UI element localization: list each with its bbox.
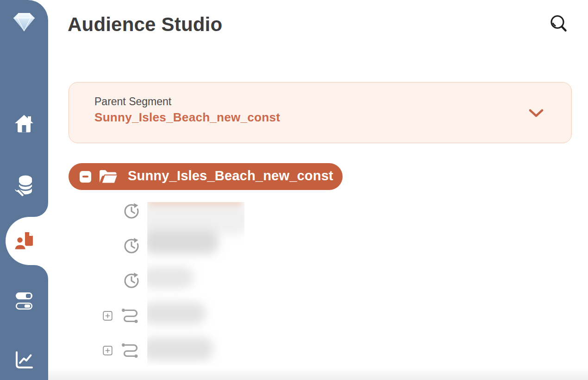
tree-node-row[interactable] xyxy=(103,305,140,326)
search-icon xyxy=(548,13,571,36)
search-button[interactable] xyxy=(548,13,571,36)
expand-plus-button[interactable] xyxy=(103,346,113,355)
parent-segment-value: Sunny_Isles_Beach_new_const xyxy=(94,110,280,125)
database-tools-icon xyxy=(13,173,35,197)
tree-node-row[interactable] xyxy=(103,271,140,291)
segment-tree-root-node[interactable]: Sunny_Isles_Beach_new_const xyxy=(69,163,343,190)
sidebar-item-controls[interactable] xyxy=(0,292,48,310)
sidebar-item-home[interactable] xyxy=(0,114,48,133)
parent-segment-label: Parent Segment xyxy=(94,95,171,108)
audience-person-file-icon xyxy=(13,231,34,251)
history-clock-icon xyxy=(123,272,140,290)
history-clock-icon xyxy=(123,237,140,255)
gem-logo-icon[interactable] xyxy=(0,11,48,32)
collapse-minus-icon[interactable] xyxy=(80,171,91,183)
tree-node-row[interactable] xyxy=(103,201,140,222)
page-title: Audience Studio xyxy=(68,14,222,35)
history-clock-icon xyxy=(123,203,140,220)
plus-square-icon xyxy=(103,311,113,321)
sidebar-item-audience-studio[interactable] xyxy=(13,231,34,253)
route-icon xyxy=(121,342,140,359)
sidebar-nav xyxy=(0,0,48,380)
open-folder-icon xyxy=(99,169,118,184)
active-nav-notch-top xyxy=(34,203,48,217)
active-nav-notch-bottom xyxy=(34,265,48,279)
segment-tree-root-label: Sunny_Isles_Beach_new_const xyxy=(128,168,333,185)
route-icon xyxy=(121,307,140,324)
line-chart-icon xyxy=(14,350,34,370)
expand-plus-button[interactable] xyxy=(103,311,113,321)
tree-node-row[interactable] xyxy=(103,236,140,256)
tree-node-row[interactable] xyxy=(103,340,140,361)
plus-square-icon xyxy=(103,346,113,355)
chevron-down-icon[interactable] xyxy=(528,109,544,120)
sidebar-item-data-management[interactable] xyxy=(0,173,48,197)
home-icon xyxy=(14,114,34,133)
toggles-icon xyxy=(15,292,33,310)
redacted-tree-labels xyxy=(147,202,244,365)
parent-segment-dropdown[interactable]: Parent Segment Sunny_Isles_Beach_new_con… xyxy=(69,82,572,143)
sidebar-item-analytics[interactable] xyxy=(0,350,48,370)
bottom-edge-fade xyxy=(48,368,588,380)
audience-studio-screen: Audience Studio Parent Segment Sunny_Isl… xyxy=(0,0,588,380)
